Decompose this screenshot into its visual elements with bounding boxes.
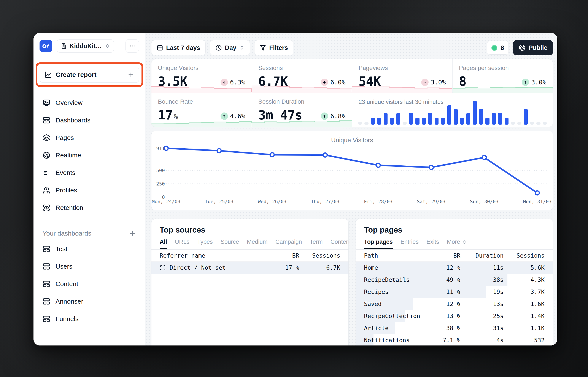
tab-all[interactable]: All [160, 239, 167, 249]
tab-exits[interactable]: Exits [426, 239, 439, 249]
create-report-button[interactable]: Create report [40, 67, 139, 83]
data-point[interactable] [217, 149, 221, 153]
metric-card-pageviews[interactable]: Pageviews54K 3.0% [352, 59, 453, 93]
data-point[interactable] [164, 146, 168, 150]
workspace-selector[interactable]: KiddoKitche… [57, 39, 114, 53]
dashboards-icon [43, 297, 50, 305]
openpanel-logo-icon[interactable] [39, 40, 52, 52]
sidebar-nav: OverviewDashboardsPagesRealtimeEventsPro… [39, 94, 139, 216]
realtime-visitors-card[interactable]: 23 unique vistors last 30 minutes [352, 93, 553, 127]
metric-card-bounce-rate[interactable]: Bounce Rate17% 4.6% [151, 93, 252, 127]
metric-card-unique-visitors[interactable]: Unique Visitors3.5K 6.3% [151, 59, 252, 93]
tab-source[interactable]: Source [221, 239, 239, 249]
tab-top-pages[interactable]: Top pages [364, 239, 393, 249]
tab-medium[interactable]: Medium [247, 239, 268, 249]
tab-entries[interactable]: Entries [400, 239, 419, 249]
row-name: Notifications [364, 337, 430, 343]
row-sessions: 3.7K [504, 288, 545, 295]
metric-label: Pageviews [359, 65, 446, 71]
sidebar-item-realtime[interactable]: Realtime [39, 146, 139, 164]
metric-card-session-duration[interactable]: Session Duration3m 47s 6.8% [252, 93, 352, 127]
dashboard-item-label: Annonser [56, 298, 83, 305]
overview-icon [43, 99, 50, 107]
dashboard-item-test[interactable]: Test [39, 240, 139, 258]
metric-label: Unique Visitors [158, 65, 245, 71]
row-sessions: 532 [504, 337, 545, 343]
top-sources-row[interactable]: Direct / Not set17 %6.7K [151, 262, 348, 274]
dashboard-item-label: Content [56, 280, 78, 288]
top-pages-row[interactable]: RecipeDetails49 %38s4.3K [356, 274, 553, 286]
tab-term[interactable]: Term [310, 239, 323, 249]
realtime-icon [43, 151, 50, 159]
granularity-button[interactable]: Day [210, 40, 250, 55]
top-pages-row[interactable]: Home12 %11s5.6K [356, 262, 553, 274]
sidebar: KiddoKitche… Create report [34, 33, 145, 345]
row-br: 12 % [430, 301, 460, 307]
create-report-label: Create report [56, 71, 96, 78]
sidebar-item-events[interactable]: Events [39, 164, 139, 181]
sidebar-item-label: Events [56, 169, 75, 177]
data-point[interactable] [429, 165, 433, 169]
public-button[interactable]: Public [513, 40, 553, 55]
metric-label: Pages per session [459, 65, 547, 71]
sidebar-item-pages[interactable]: Pages [39, 129, 139, 146]
unique-visitors-line-chart[interactable]: 9115002500Mon, 24/03Tue, 25/03Wed, 26/03… [151, 131, 553, 210]
metric-sparkline [352, 82, 452, 93]
sidebar-item-overview[interactable]: Overview [39, 94, 139, 111]
tab-more[interactable]: More [447, 239, 467, 249]
unique-visitors-chart-card: Unique Visitors 9115002500Mon, 24/03Tue,… [151, 131, 553, 210]
data-point[interactable] [482, 155, 486, 160]
x-tick-label: Tue, 25/03 [205, 199, 233, 204]
top-pages-row[interactable]: Saved12 %13s1.6K [356, 298, 553, 310]
dashboard-item-label: Test [56, 245, 67, 253]
events-icon [43, 169, 50, 177]
dashboard-item-content[interactable]: Content [39, 275, 139, 293]
tab-campaign[interactable]: Campaign [276, 239, 302, 249]
top-pages-row[interactable]: Recipes11 %19s3.7K [356, 286, 553, 298]
row-br: 38 % [430, 325, 460, 331]
online-visitors-badge[interactable]: 8 [487, 41, 509, 55]
realtime-bar [524, 109, 528, 125]
dashboard-item-funnels[interactable]: Funnels [39, 310, 139, 328]
chevrons-up-down-icon [239, 45, 245, 50]
realtime-bar [479, 109, 483, 125]
metric-card-sessions[interactable]: Sessions6.7K 6.0% [252, 59, 352, 93]
top-pages-row[interactable]: Notifications7.1 %4s532 [356, 334, 553, 345]
sidebar-item-label: Profiles [56, 187, 77, 194]
sidebar-item-dashboards[interactable]: Dashboards [39, 111, 139, 129]
date-range-button[interactable]: Last 7 days [151, 40, 206, 55]
row-duration: 19s [460, 288, 504, 295]
sidebar-more-button[interactable] [125, 39, 139, 53]
sidebar-top: KiddoKitche… [39, 39, 139, 53]
sidebar-item-profiles[interactable]: Profiles [39, 181, 139, 199]
add-dashboard-button[interactable] [129, 230, 136, 237]
tab-types[interactable]: Types [197, 239, 213, 249]
tab-content[interactable]: Content [331, 239, 349, 249]
dashboard-item-annonser[interactable]: Annonser [39, 293, 139, 310]
dashboard-item-users[interactable]: Users [39, 258, 139, 275]
metric-card-pages-per-session[interactable]: Pages per session8 3.0% [453, 59, 553, 93]
globe-icon [519, 44, 526, 51]
data-point[interactable] [270, 153, 274, 157]
clock-icon [215, 45, 222, 51]
row-duration: 4s [460, 337, 504, 343]
public-label: Public [528, 44, 547, 51]
row-br: 11 % [430, 288, 460, 295]
row-sessions: 5.6K [504, 264, 545, 271]
row-br: 49 % [430, 276, 460, 283]
data-point[interactable] [376, 163, 380, 167]
sidebar-item-label: Dashboards [56, 117, 91, 124]
sidebar-item-label: Retention [56, 204, 83, 211]
top-pages-row[interactable]: Article38 %31s1.1K [356, 322, 553, 334]
tab-urls[interactable]: URLs [175, 239, 190, 249]
sidebar-item-retention[interactable]: Retention [39, 199, 139, 216]
data-point[interactable] [535, 191, 540, 195]
metric-sparkline [453, 82, 553, 93]
realtime-bar [454, 109, 457, 125]
realtime-bar-chart [358, 100, 547, 125]
x-tick-label: Sat, 29/03 [417, 199, 445, 204]
data-point[interactable] [323, 153, 327, 157]
top-pages-row[interactable]: RecipeCollection13 %25s1.4K [356, 310, 553, 322]
dashboard-item-label: Funnels [56, 315, 79, 323]
filters-button[interactable]: Filters [254, 40, 293, 55]
